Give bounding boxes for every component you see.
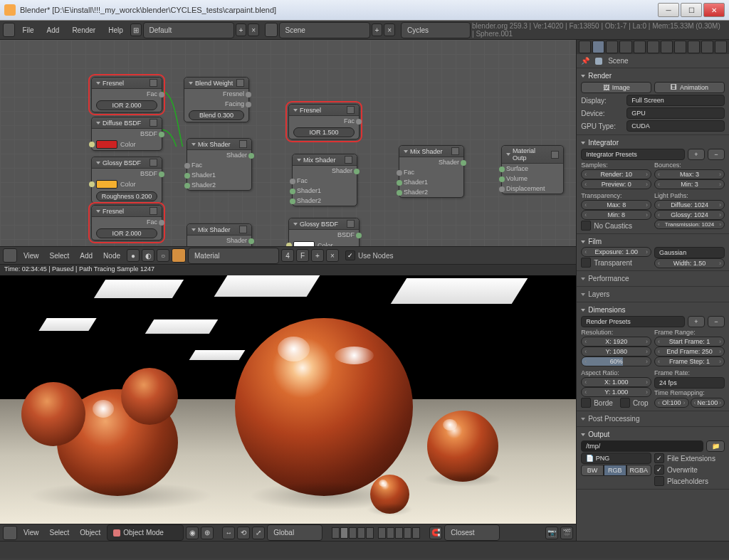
aspect-x-slider[interactable]: X: 1.000 <box>581 377 651 387</box>
snap-target-dropdown[interactable]: Closest <box>444 524 500 541</box>
tab-data-icon[interactable] <box>674 41 686 53</box>
pivot-icon[interactable]: ⊕ <box>201 527 214 539</box>
res-y-slider[interactable]: Y: 1080 <box>581 347 651 356</box>
node-mix-4[interactable]: Mix Shader Shader Fac Shader1 Shader2 <box>399 145 464 198</box>
engine-dropdown[interactable]: Cycles <box>401 22 471 38</box>
panel-output[interactable]: Output <box>581 429 725 440</box>
panel-film[interactable]: Film <box>581 236 725 247</box>
maximize-button[interactable]: ☐ <box>681 3 702 17</box>
node-editor[interactable]: Fresnel Fac IOR 2.000 Blend Weight Fresn… <box>0 40 576 265</box>
browse-icon[interactable]: 📁 <box>706 440 725 452</box>
roughness-slider[interactable]: Roughness 0.200 <box>96 191 157 201</box>
editor-type-icon[interactable] <box>3 248 17 263</box>
node-fresnel-3[interactable]: Fresnel Fac IOR 1.500 <box>288 104 360 139</box>
tab-object-icon[interactable] <box>634 41 646 53</box>
render-anim-icon[interactable]: 🎬 <box>560 527 573 539</box>
panel-render[interactable]: Render <box>581 70 725 81</box>
samples-preview-slider[interactable]: Preview: 0 <box>581 179 651 189</box>
tab-render-icon[interactable] <box>592 41 604 53</box>
display-dropdown[interactable]: Full Screen <box>626 95 725 106</box>
node-fresnel-1[interactable]: Fresnel Fac IOR 2.000 <box>91 77 162 112</box>
panel-integrator[interactable]: Integrator <box>581 137 725 148</box>
orientation-dropdown[interactable]: Global <box>267 524 322 541</box>
tab-particle-icon[interactable] <box>715 41 727 53</box>
panel-dimensions[interactable]: Dimensions <box>581 305 725 315</box>
menu-select[interactable]: Select <box>46 250 74 261</box>
tab-world-icon[interactable] <box>619 41 631 53</box>
transmission-bounces-slider[interactable]: Transmission: 1024 <box>654 220 725 229</box>
render-animation-button[interactable]: 🎞Animation <box>654 82 725 93</box>
end-frame-slider[interactable]: End Frame: 250 <box>654 347 725 356</box>
scene-icon[interactable] <box>265 23 277 37</box>
tab-icon[interactable] <box>579 41 591 53</box>
manipulator-scale-icon[interactable]: ⤢ <box>252 527 265 539</box>
preset-del-button[interactable]: − <box>708 149 725 160</box>
render-image-button[interactable]: 🖼Image <box>581 82 651 93</box>
menu-node[interactable]: Node <box>99 250 125 261</box>
device-dropdown[interactable]: GPU <box>626 107 725 119</box>
aspect-y-slider[interactable]: Y: 1.000 <box>581 387 651 397</box>
start-frame-slider[interactable]: Start Frame: 1 <box>654 337 725 347</box>
samples-render-slider[interactable]: Render: 10 <box>581 169 651 179</box>
layout-add-button[interactable]: + <box>236 23 247 36</box>
menu-select[interactable]: Select <box>46 527 74 538</box>
scene-dropdown[interactable]: Scene <box>279 22 370 38</box>
material-icon[interactable] <box>172 248 186 263</box>
panel-layers[interactable]: Layers <box>581 289 725 300</box>
menu-view[interactable]: View <box>19 250 43 261</box>
no-caustics-checkbox[interactable] <box>581 221 591 231</box>
preset-add-button[interactable]: + <box>688 316 705 327</box>
filter-dropdown[interactable]: Gaussian <box>654 247 725 258</box>
menu-object[interactable]: Object <box>75 527 105 538</box>
editor-type-icon[interactable] <box>3 526 17 540</box>
manipulator-rotate-icon[interactable]: ⟲ <box>237 527 250 539</box>
fake-user-button[interactable]: F <box>296 249 309 262</box>
layout-browse-icon[interactable]: ⊞ <box>130 23 142 36</box>
preset-del-button[interactable]: − <box>708 316 725 327</box>
viewport-3d[interactable] <box>0 275 576 524</box>
frame-step-slider[interactable]: Frame Step: 1 <box>654 356 725 366</box>
menu-add[interactable]: Add <box>41 24 65 36</box>
node-mix-1[interactable]: Mix Shader Shader Fac Shader1 Shader2 <box>187 138 252 191</box>
node-diffuse-1[interactable]: Diffuse BSDF BSDF Color <box>91 117 162 151</box>
tab-texture-icon[interactable] <box>701 41 713 53</box>
tab-constraint-icon[interactable] <box>647 41 659 53</box>
info-icon[interactable] <box>3 23 15 37</box>
filter-width-slider[interactable]: Width: 1.50 <box>654 258 725 268</box>
menu-view[interactable]: View <box>19 527 43 538</box>
transp-max-slider[interactable]: Max: 8 <box>581 200 651 210</box>
preset-add-button[interactable]: + <box>688 149 705 160</box>
rgb-button[interactable]: RGB <box>604 465 626 476</box>
node-material-output[interactable]: Material Outp Surface Volume Displacemen… <box>501 145 564 194</box>
menu-render[interactable]: Render <box>66 24 101 36</box>
snap-icon[interactable]: 🧲 <box>429 527 442 539</box>
output-path-field[interactable]: /tmp/ <box>581 440 703 452</box>
exposure-slider[interactable]: Exposure: 1.00 <box>581 247 651 257</box>
material-dropdown[interactable]: Material <box>188 248 279 264</box>
placeholders-checkbox[interactable] <box>654 476 664 486</box>
res-x-slider[interactable]: X: 1920 <box>581 337 651 347</box>
menu-add[interactable]: Add <box>75 250 97 261</box>
tree-type-icon[interactable]: ○ <box>157 249 169 262</box>
color-swatch[interactable] <box>96 180 117 189</box>
ior-slider[interactable]: IOR 2.000 <box>96 100 157 110</box>
bounces-max-slider[interactable]: Max: 3 <box>654 169 725 179</box>
minimize-button[interactable]: ─ <box>658 3 679 17</box>
file-ext-checkbox[interactable] <box>654 453 664 463</box>
gputype-dropdown[interactable]: CUDA <box>626 120 725 132</box>
overwrite-checkbox[interactable] <box>654 465 664 475</box>
bounces-min-slider[interactable]: Min: 3 <box>654 179 725 189</box>
scene-del-button[interactable]: × <box>384 23 395 36</box>
mode-dropdown[interactable]: Object Mode <box>107 524 184 541</box>
scene-add-button[interactable]: + <box>372 23 383 36</box>
transparent-checkbox[interactable] <box>581 258 591 268</box>
render-icon[interactable]: 📷 <box>545 527 558 539</box>
rgba-button[interactable]: RGBA <box>626 465 652 476</box>
node-blend-weight[interactable]: Blend Weight Fresnel Facing Blend 0.300 <box>184 77 249 122</box>
menu-file[interactable]: File <box>16 24 39 36</box>
ior-slider[interactable]: IOR 2.000 <box>96 228 157 238</box>
new-slider[interactable]: Ne:100 <box>691 398 725 408</box>
tab-scene-icon[interactable] <box>606 41 618 53</box>
shading-icon[interactable]: ◉ <box>186 527 199 539</box>
integrator-presets-dropdown[interactable]: Integrator Presets <box>581 149 685 160</box>
